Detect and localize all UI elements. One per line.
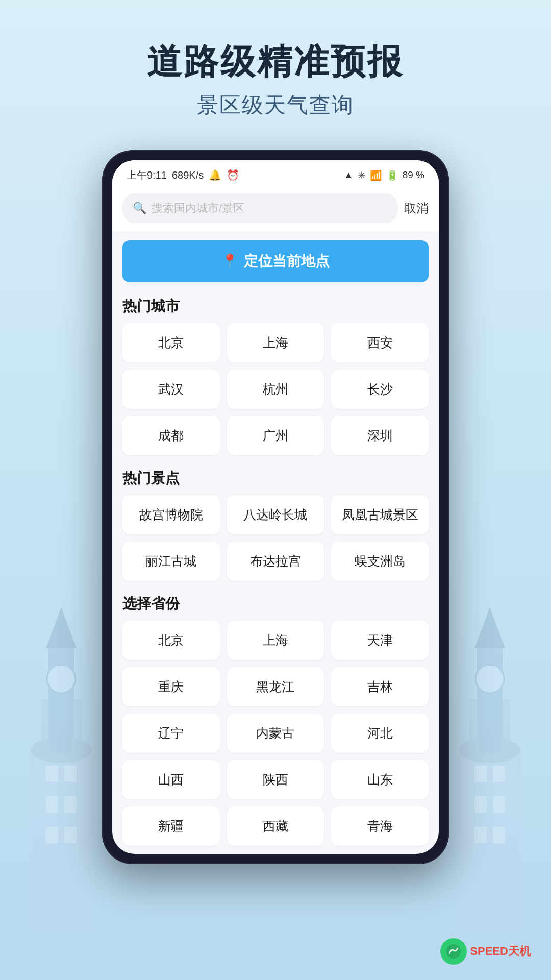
city-chip[interactable]: 黑龙江 bbox=[227, 667, 324, 706]
city-chip[interactable]: 河北 bbox=[331, 714, 429, 753]
logo-text: SPEED天机 bbox=[470, 944, 531, 959]
status-bar: 上午9:11 689K/s 🔔 ⏰ ▲ ✳ 📶 🔋 89 % bbox=[112, 160, 439, 187]
signal-icon: 📶 bbox=[370, 169, 382, 181]
city-chip[interactable]: 内蒙古 bbox=[227, 714, 324, 753]
hot-attractions-grid: 故宫博物院八达岭长城凤凰古城景区丽江古城布达拉宫蜈支洲岛 bbox=[112, 495, 439, 589]
page-title: 道路级精准预报 bbox=[0, 41, 551, 83]
status-time: 上午9:11 bbox=[127, 168, 167, 182]
cancel-button[interactable]: 取消 bbox=[404, 200, 429, 216]
status-icons: ▲ ✳ 📶 🔋 89 % bbox=[344, 169, 424, 181]
search-icon: 🔍 bbox=[133, 202, 146, 215]
city-chip[interactable]: 上海 bbox=[227, 323, 324, 362]
phone-screen: 上午9:11 689K/s 🔔 ⏰ ▲ ✳ 📶 🔋 89 % 🔍 搜索国内城 bbox=[112, 160, 439, 854]
city-chip[interactable]: 青海 bbox=[331, 806, 429, 846]
logo-watermark: SPEED天机 bbox=[440, 938, 531, 965]
city-chip[interactable]: 山东 bbox=[331, 760, 429, 799]
city-chip[interactable]: 故宫博物院 bbox=[122, 495, 220, 534]
svg-point-26 bbox=[446, 944, 461, 959]
city-chip[interactable]: 天津 bbox=[331, 621, 429, 660]
city-chip[interactable]: 新疆 bbox=[122, 806, 220, 846]
status-time-network: 上午9:11 689K/s 🔔 ⏰ bbox=[127, 168, 239, 182]
city-chip[interactable]: 凤凰古城景区 bbox=[331, 495, 429, 534]
logo-icon bbox=[440, 938, 467, 965]
locate-button[interactable]: 📍 定位当前地点 bbox=[122, 240, 429, 282]
city-chip[interactable]: 山西 bbox=[122, 760, 220, 799]
search-input-box[interactable]: 🔍 搜索国内城市/景区 bbox=[122, 193, 398, 223]
city-chip[interactable]: 布达拉宫 bbox=[227, 542, 324, 581]
city-chip[interactable]: 八达岭长城 bbox=[227, 495, 324, 534]
city-chip[interactable]: 武汉 bbox=[122, 370, 220, 409]
city-chip[interactable]: 广州 bbox=[227, 416, 324, 455]
city-chip[interactable]: 深圳 bbox=[331, 416, 429, 455]
city-chip[interactable]: 辽宁 bbox=[122, 714, 220, 753]
battery-percent: 89 % bbox=[403, 169, 424, 181]
battery-icon: 🔋 bbox=[386, 169, 398, 181]
hot-cities-title: 热门城市 bbox=[112, 291, 439, 323]
wifi-icon: ▲ bbox=[344, 169, 354, 181]
provinces-grid: 北京上海天津重庆黑龙江吉林辽宁内蒙古河北山西陕西山东新疆西藏青海 bbox=[112, 621, 439, 854]
provinces-title: 选择省份 bbox=[112, 589, 439, 621]
location-pin-icon: 📍 bbox=[221, 253, 238, 269]
city-chip[interactable]: 西安 bbox=[331, 323, 429, 362]
page-subtitle: 景区级天气查询 bbox=[0, 91, 551, 119]
search-bar-row: 🔍 搜索国内城市/景区 取消 bbox=[112, 187, 439, 231]
city-chip[interactable]: 西藏 bbox=[227, 806, 324, 846]
phone-frame: 上午9:11 689K/s 🔔 ⏰ ▲ ✳ 📶 🔋 89 % 🔍 搜索国内城 bbox=[102, 150, 449, 864]
city-chip[interactable]: 北京 bbox=[122, 323, 220, 362]
city-chip[interactable]: 陕西 bbox=[227, 760, 324, 799]
hot-cities-grid: 北京上海西安武汉杭州长沙成都广州深圳 bbox=[112, 323, 439, 463]
hot-attractions-title: 热门景点 bbox=[112, 463, 439, 495]
city-chip[interactable]: 蜈支洲岛 bbox=[331, 542, 429, 581]
city-chip[interactable]: 杭州 bbox=[227, 370, 324, 409]
status-network: 689K/s bbox=[172, 169, 204, 181]
city-chip[interactable]: 长沙 bbox=[331, 370, 429, 409]
city-chip[interactable]: 北京 bbox=[122, 621, 220, 660]
city-chip[interactable]: 重庆 bbox=[122, 667, 220, 706]
city-chip[interactable]: 吉林 bbox=[331, 667, 429, 706]
clock-icon: ⏰ bbox=[227, 169, 239, 181]
city-chip[interactable]: 丽江古城 bbox=[122, 542, 220, 581]
city-chip[interactable]: 成都 bbox=[122, 416, 220, 455]
city-chip[interactable]: 上海 bbox=[227, 621, 324, 660]
locate-label: 定位当前地点 bbox=[244, 252, 330, 271]
alarm-icon: 🔔 bbox=[209, 169, 221, 181]
bluetooth-icon: ✳ bbox=[358, 169, 366, 181]
phone-mockup: 上午9:11 689K/s 🔔 ⏰ ▲ ✳ 📶 🔋 89 % 🔍 搜索国内城 bbox=[0, 150, 551, 864]
search-placeholder: 搜索国内城市/景区 bbox=[152, 201, 244, 216]
